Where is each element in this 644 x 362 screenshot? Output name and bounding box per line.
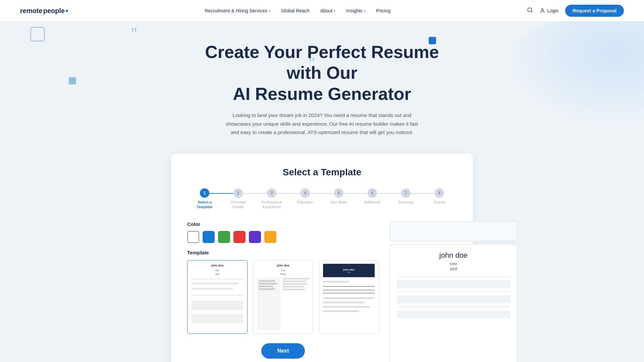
nav-recruitment-label: Recruitment & Hiring Services [205,8,267,13]
site-logo[interactable]: remotepeople• [20,7,68,15]
thumb-2-right-line1 [282,278,309,280]
thumb-1-subtitle: asd [192,273,243,275]
nav-global-label: Global Reach [281,8,310,13]
preview-top-bar [390,221,517,241]
thumb-2-right-line2 [282,281,306,282]
content-area: Color Template john doe ceo asd [187,221,457,362]
nav-item-about[interactable]: About ▾ [320,8,336,13]
right-panel: john doe ceo asd [390,221,517,362]
step-8: 8 Submit [423,188,456,204]
step-circle-1: 1 [200,188,209,198]
color-swatch-red[interactable] [233,231,246,243]
thumb-3-title: ceo [347,271,351,273]
preview-block-2 [397,295,510,303]
hero-title-line1: Create Your Perfect Resume with Our [205,42,439,82]
step-circle-7: 7 [401,188,411,198]
thumb-3-name: john doe [343,268,354,271]
thumb-3-header: john doe ceo [323,264,375,277]
user-icon [540,8,545,13]
step-circle-8: 8 [435,188,444,198]
login-button[interactable]: Login [540,8,558,13]
color-swatch-white[interactable] [187,231,199,243]
navbar: remotepeople• Recruitment & Hiring Servi… [0,0,644,21]
step-3: 3 ProfessionalExperience [255,188,288,209]
resume-builder-card: Select a Template 1 Select aTemplate 2 P… [171,154,473,362]
color-swatches [187,231,379,243]
thumb-2-col-line1 [259,280,275,282]
thumb-2-name: john doe [257,264,309,267]
thumb-1-line3 [192,288,233,290]
step-2: 2 PersonalDetails [221,188,255,209]
preview-name: john doe [397,251,510,260]
step-4: 4 Education [288,188,322,204]
step-label-1: Select aTemplate [197,200,212,209]
svg-point-2 [541,9,543,10]
request-proposal-button[interactable]: Request a Proposal [565,5,624,17]
nav-item-global[interactable]: Global Reach [281,8,310,13]
search-icon[interactable] [527,7,533,14]
thumb-2-col-line4 [259,288,275,290]
thumb-2-right-line4 [282,286,304,288]
card-title: Select a Template [187,167,457,178]
step-label-8: Submit [434,200,445,204]
step-label-3: ProfessionalExperience [262,200,282,209]
left-panel: Color Template john doe ceo asd [187,221,379,362]
preview-divider-1 [397,277,510,277]
preview-block-1 [397,280,510,288]
chevron-down-icon: ▾ [269,9,270,13]
templates-grid: john doe ceo asd john doe ceo asd || [187,260,379,334]
thumb-1-block1 [192,301,243,310]
thumb-2-title: ceo [257,269,309,272]
color-swatch-purple[interactable] [249,231,261,243]
template-thumb-1[interactable]: john doe ceo asd [187,260,248,334]
resume-preview: john doe ceo asd [390,244,517,362]
preview-block-3 [397,310,510,318]
color-swatch-blue[interactable] [203,231,215,243]
thumb-2-col-right [282,278,309,330]
nav-item-insights[interactable]: Insights ▾ [346,8,365,13]
step-circle-4: 4 [301,188,310,198]
thumb-3-line2 [323,297,375,299]
thumb-2-col-line2 [259,283,277,285]
step-circle-3: 3 [267,188,276,198]
thumb-3-divider3 [323,293,375,293]
nav-item-recruitment[interactable]: Recruitment & Hiring Services ▾ [205,8,270,13]
preview-company: asd [397,266,510,271]
next-button[interactable]: Next [261,343,305,359]
chevron-down-icon: ▾ [364,9,366,13]
thumb-2-right-line5 [282,289,305,290]
hero-title: Create Your Perfect Resume with Our AI R… [205,42,439,104]
color-section-label: Color [187,221,379,227]
step-label-7: Summary [398,200,414,204]
step-1: 1 Select aTemplate [188,188,221,209]
hero-title-line2: AI Resume Generator [233,84,411,104]
thumb-1-name: john doe [192,264,243,267]
thumb-3-line1 [323,281,349,283]
step-label-4: Education [297,200,314,204]
hero-section: Create Your Perfect Resume with Our AI R… [0,21,644,147]
thumb-1-title: ceo [192,269,243,272]
thumb-1-line1 [192,279,243,279]
nav-insights-label: Insights [346,8,362,13]
step-circle-6: 6 [368,188,377,198]
thumb-3-line5 [323,310,359,312]
nav-pricing-label: Pricing [376,8,391,13]
template-section-label: Template [187,250,379,255]
nav-links: Recruitment & Hiring Services ▾ Global R… [205,8,390,13]
svg-line-1 [531,11,532,12]
step-circle-5: 5 [334,188,343,198]
thumb-2-cols [257,278,309,330]
login-label: Login [547,8,558,13]
chevron-down-icon: ▾ [334,9,335,13]
nav-about-label: About [320,8,333,13]
color-swatch-green[interactable] [218,231,230,243]
nav-item-pricing[interactable]: Pricing [376,8,391,13]
preview-divider-3 [397,307,510,307]
template-thumb-2[interactable]: john doe ceo asd || [253,260,313,334]
template-thumb-3[interactable]: john doe ceo [319,260,379,334]
step-7: 7 Summary [389,188,423,204]
color-swatch-orange[interactable] [264,231,276,243]
thumb-3-line3 [323,302,364,303]
logo-dot: • [65,7,68,15]
step-label-2: PersonalDetails [231,200,245,209]
